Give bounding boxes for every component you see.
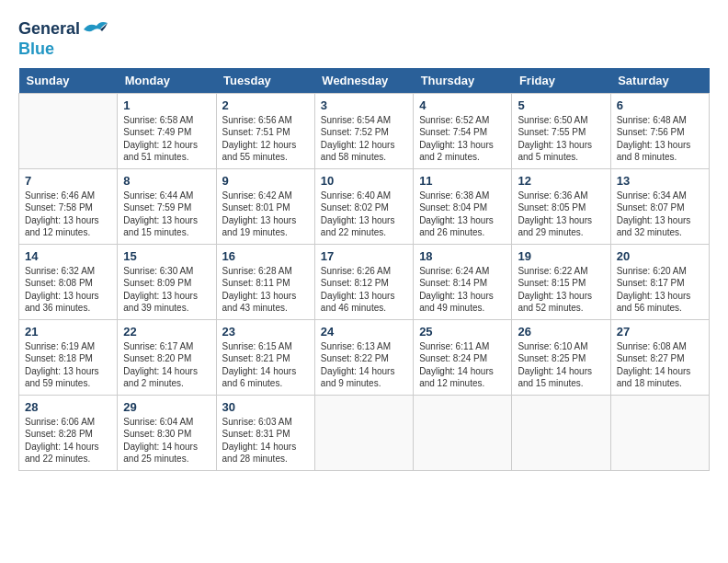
day-number: 19: [518, 249, 604, 263]
day-info: Sunrise: 6:58 AM Sunset: 7:49 PM Dayligh…: [123, 114, 210, 164]
day-number: 29: [123, 400, 210, 414]
day-info: Sunrise: 6:11 AM Sunset: 8:24 PM Dayligh…: [419, 340, 506, 390]
calendar-cell: 25Sunrise: 6:11 AM Sunset: 8:24 PM Dayli…: [414, 319, 512, 395]
day-number: 12: [518, 174, 604, 188]
calendar-week-1: 1Sunrise: 6:58 AM Sunset: 7:49 PM Daylig…: [19, 93, 710, 168]
header-cell-friday: Friday: [512, 68, 610, 94]
day-number: 3: [321, 98, 407, 112]
day-info: Sunrise: 6:46 AM Sunset: 7:58 PM Dayligh…: [25, 190, 111, 239]
calendar-cell: [314, 395, 413, 470]
day-number: 8: [123, 174, 210, 188]
calendar-cell: 12Sunrise: 6:36 AM Sunset: 8:05 PM Dayli…: [512, 168, 610, 244]
day-number: 13: [617, 174, 703, 188]
calendar-week-4: 21Sunrise: 6:19 AM Sunset: 8:18 PM Dayli…: [19, 319, 710, 395]
calendar-cell: 22Sunrise: 6:17 AM Sunset: 8:20 PM Dayli…: [118, 319, 216, 395]
day-number: 30: [222, 400, 309, 414]
day-number: 18: [419, 249, 506, 263]
calendar-cell: 14Sunrise: 6:32 AM Sunset: 8:08 PM Dayli…: [19, 244, 118, 319]
calendar-cell: [610, 395, 709, 470]
day-number: 7: [25, 174, 111, 188]
calendar-cell: 23Sunrise: 6:15 AM Sunset: 8:21 PM Dayli…: [216, 319, 314, 395]
day-info: Sunrise: 6:38 AM Sunset: 8:04 PM Dayligh…: [419, 190, 506, 239]
day-number: 22: [123, 325, 210, 339]
day-info: Sunrise: 6:44 AM Sunset: 7:59 PM Dayligh…: [123, 190, 210, 239]
day-info: Sunrise: 6:03 AM Sunset: 8:31 PM Dayligh…: [222, 416, 309, 465]
calendar-cell: [512, 395, 610, 470]
day-info: Sunrise: 6:15 AM Sunset: 8:21 PM Dayligh…: [222, 340, 309, 390]
day-number: 14: [25, 249, 111, 263]
calendar-body: 1Sunrise: 6:58 AM Sunset: 7:49 PM Daylig…: [19, 93, 710, 470]
logo: General Blue: [18, 18, 111, 59]
day-number: 15: [123, 249, 210, 263]
calendar-cell: 15Sunrise: 6:30 AM Sunset: 8:09 PM Dayli…: [118, 244, 216, 319]
day-number: 21: [25, 325, 111, 339]
calendar-cell: [414, 395, 512, 470]
calendar-cell: 17Sunrise: 6:26 AM Sunset: 8:12 PM Dayli…: [314, 244, 413, 319]
calendar-week-3: 14Sunrise: 6:32 AM Sunset: 8:08 PM Dayli…: [19, 244, 710, 319]
day-info: Sunrise: 6:06 AM Sunset: 8:28 PM Dayligh…: [25, 416, 111, 465]
day-number: 10: [321, 174, 407, 188]
day-info: Sunrise: 6:52 AM Sunset: 7:54 PM Dayligh…: [419, 114, 506, 164]
day-number: 6: [617, 98, 703, 112]
calendar-cell: 13Sunrise: 6:34 AM Sunset: 8:07 PM Dayli…: [610, 168, 709, 244]
day-info: Sunrise: 6:34 AM Sunset: 8:07 PM Dayligh…: [617, 190, 703, 239]
header-cell-monday: Monday: [118, 68, 216, 94]
header-cell-wednesday: Wednesday: [314, 68, 413, 94]
day-info: Sunrise: 6:36 AM Sunset: 8:05 PM Dayligh…: [518, 190, 604, 239]
day-number: 27: [617, 325, 703, 339]
calendar-cell: 19Sunrise: 6:22 AM Sunset: 8:15 PM Dayli…: [512, 244, 610, 319]
day-info: Sunrise: 6:54 AM Sunset: 7:52 PM Dayligh…: [321, 114, 407, 164]
day-info: Sunrise: 6:26 AM Sunset: 8:12 PM Dayligh…: [321, 265, 407, 315]
calendar-cell: 24Sunrise: 6:13 AM Sunset: 8:22 PM Dayli…: [314, 319, 413, 395]
day-info: Sunrise: 6:56 AM Sunset: 7:51 PM Dayligh…: [222, 114, 309, 164]
calendar: SundayMondayTuesdayWednesdayThursdayFrid…: [18, 68, 710, 471]
calendar-cell: 6Sunrise: 6:48 AM Sunset: 7:56 PM Daylig…: [610, 93, 709, 168]
logo-bird-icon: [82, 18, 109, 40]
calendar-cell: 4Sunrise: 6:52 AM Sunset: 7:54 PM Daylig…: [414, 93, 512, 168]
day-number: 2: [222, 98, 309, 112]
day-number: 26: [518, 325, 604, 339]
calendar-cell: 26Sunrise: 6:10 AM Sunset: 8:25 PM Dayli…: [512, 319, 610, 395]
calendar-cell: 16Sunrise: 6:28 AM Sunset: 8:11 PM Dayli…: [216, 244, 314, 319]
calendar-cell: 29Sunrise: 6:04 AM Sunset: 8:30 PM Dayli…: [118, 395, 216, 470]
day-info: Sunrise: 6:28 AM Sunset: 8:11 PM Dayligh…: [222, 265, 309, 315]
calendar-week-2: 7Sunrise: 6:46 AM Sunset: 7:58 PM Daylig…: [19, 168, 710, 244]
day-info: Sunrise: 6:19 AM Sunset: 8:18 PM Dayligh…: [25, 340, 111, 390]
calendar-cell: 11Sunrise: 6:38 AM Sunset: 8:04 PM Dayli…: [414, 168, 512, 244]
day-number: 1: [123, 98, 210, 112]
day-info: Sunrise: 6:08 AM Sunset: 8:27 PM Dayligh…: [617, 340, 703, 390]
day-number: 16: [222, 249, 309, 263]
day-info: Sunrise: 6:32 AM Sunset: 8:08 PM Dayligh…: [25, 265, 111, 315]
calendar-cell: 27Sunrise: 6:08 AM Sunset: 8:27 PM Dayli…: [610, 319, 709, 395]
day-number: 25: [419, 325, 506, 339]
day-info: Sunrise: 6:42 AM Sunset: 8:01 PM Dayligh…: [222, 190, 309, 239]
day-info: Sunrise: 6:24 AM Sunset: 8:14 PM Dayligh…: [419, 265, 506, 315]
day-info: Sunrise: 6:50 AM Sunset: 7:55 PM Dayligh…: [518, 114, 604, 164]
calendar-cell: 20Sunrise: 6:20 AM Sunset: 8:17 PM Dayli…: [610, 244, 709, 319]
calendar-cell: [19, 93, 118, 168]
calendar-header-row: SundayMondayTuesdayWednesdayThursdayFrid…: [19, 68, 710, 94]
calendar-cell: 1Sunrise: 6:58 AM Sunset: 7:49 PM Daylig…: [118, 93, 216, 168]
day-info: Sunrise: 6:30 AM Sunset: 8:09 PM Dayligh…: [123, 265, 210, 315]
calendar-cell: 3Sunrise: 6:54 AM Sunset: 7:52 PM Daylig…: [314, 93, 413, 168]
calendar-cell: 18Sunrise: 6:24 AM Sunset: 8:14 PM Dayli…: [414, 244, 512, 319]
day-number: 24: [321, 325, 407, 339]
day-number: 20: [617, 249, 703, 263]
calendar-week-5: 28Sunrise: 6:06 AM Sunset: 8:28 PM Dayli…: [19, 395, 710, 470]
calendar-cell: 2Sunrise: 6:56 AM Sunset: 7:51 PM Daylig…: [216, 93, 314, 168]
header-cell-thursday: Thursday: [414, 68, 512, 94]
day-info: Sunrise: 6:10 AM Sunset: 8:25 PM Dayligh…: [518, 340, 604, 390]
day-number: 17: [321, 249, 407, 263]
day-number: 9: [222, 174, 309, 188]
day-number: 23: [222, 325, 309, 339]
day-info: Sunrise: 6:48 AM Sunset: 7:56 PM Dayligh…: [617, 114, 703, 164]
calendar-cell: 9Sunrise: 6:42 AM Sunset: 8:01 PM Daylig…: [216, 168, 314, 244]
header-cell-sunday: Sunday: [19, 68, 118, 94]
day-number: 11: [419, 174, 506, 188]
day-info: Sunrise: 6:04 AM Sunset: 8:30 PM Dayligh…: [123, 416, 210, 465]
day-info: Sunrise: 6:20 AM Sunset: 8:17 PM Dayligh…: [617, 265, 703, 315]
calendar-cell: 30Sunrise: 6:03 AM Sunset: 8:31 PM Dayli…: [216, 395, 314, 470]
calendar-cell: 5Sunrise: 6:50 AM Sunset: 7:55 PM Daylig…: [512, 93, 610, 168]
calendar-cell: 7Sunrise: 6:46 AM Sunset: 7:58 PM Daylig…: [19, 168, 118, 244]
day-number: 28: [25, 400, 111, 414]
